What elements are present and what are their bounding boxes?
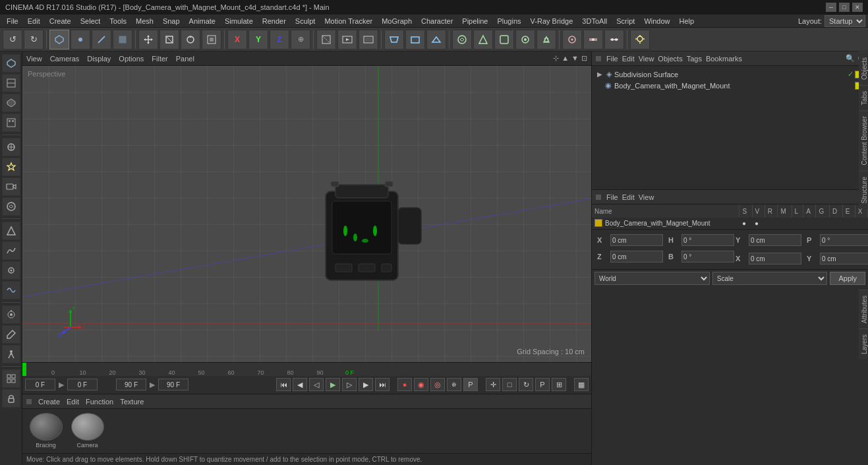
menu-mograph[interactable]: MoGraph — [378, 15, 416, 27]
coord-p-input[interactable] — [820, 234, 868, 246]
grid-btn[interactable] — [2, 369, 20, 388]
menu-edit[interactable]: Edit — [24, 15, 44, 27]
tc-loop[interactable]: P — [535, 378, 550, 391]
coord-z-input[interactable] — [610, 251, 663, 263]
menu-file[interactable]: File — [3, 15, 22, 27]
scene-btn[interactable] — [2, 222, 20, 240]
menu-tools[interactable]: Tools — [105, 15, 130, 27]
model-mode-button[interactable] — [49, 30, 69, 49]
viewport-menu-options[interactable]: Options — [119, 55, 144, 63]
viewport-menu-display[interactable]: Display — [87, 55, 111, 63]
deformer-btn[interactable] — [2, 281, 20, 299]
render-region-button[interactable] — [316, 30, 336, 49]
maximize-button[interactable]: □ — [839, 3, 850, 12]
vtab-tabs[interactable]: Tabs — [859, 85, 868, 110]
polygon-mode-button[interactable] — [113, 30, 132, 49]
mat-tag-row-1[interactable]: Body_Camera_with_Magnet_Mount ● ● — [592, 218, 868, 229]
scene-tool-1[interactable] — [562, 30, 582, 49]
texture-mode-btn[interactable] — [2, 113, 20, 132]
menu-animate[interactable]: Animate — [185, 15, 219, 27]
coord-x-input[interactable] — [610, 234, 663, 246]
null-btn[interactable] — [2, 138, 20, 156]
menu-create[interactable]: Create — [45, 15, 75, 27]
viewport-icon-1[interactable]: ⊹ — [553, 54, 559, 63]
x-axis-button[interactable]: X — [227, 30, 247, 49]
tc-select-all[interactable]: □ — [502, 378, 517, 391]
tc-rotate[interactable]: ↻ — [519, 378, 533, 391]
render-to-po-button[interactable] — [359, 30, 378, 49]
tc-autokey[interactable]: P — [463, 378, 478, 391]
viewport-menu-filter[interactable]: Filter — [152, 55, 167, 63]
vtab-layers[interactable]: Layers — [859, 328, 868, 359]
attr-menu-file[interactable]: File — [606, 193, 618, 201]
tc-motion-path[interactable]: ⊞ — [552, 378, 566, 391]
menu-window[interactable]: Window — [640, 15, 674, 27]
menu-3dtoall[interactable]: 3DToAll — [578, 15, 611, 27]
spline-btn[interactable] — [2, 241, 20, 260]
edge-mode-button[interactable] — [92, 30, 111, 49]
rotate-button[interactable] — [181, 30, 200, 49]
lock-btn[interactable] — [2, 389, 20, 408]
tc-step-fwd[interactable]: ▶ — [359, 378, 373, 391]
world-dropdown[interactable]: World Local Object — [594, 272, 710, 285]
obj-menu-bookmarks[interactable]: Bookmarks — [706, 55, 742, 63]
menu-plugins[interactable]: Plugins — [493, 15, 525, 27]
object-tool-4[interactable] — [515, 30, 535, 49]
coord-y2-input[interactable] — [820, 253, 868, 264]
menu-mesh[interactable]: Mesh — [132, 15, 158, 27]
material-add-btn[interactable] — [2, 197, 20, 216]
camera-front[interactable] — [405, 30, 425, 49]
tc-record-pos[interactable]: ◉ — [414, 378, 428, 391]
menu-sculpt[interactable]: Sculpt — [291, 15, 320, 27]
menu-select[interactable]: Select — [76, 15, 105, 27]
display-mode-btn[interactable] — [2, 74, 20, 92]
menu-character[interactable]: Character — [417, 15, 457, 27]
viewport-expand[interactable]: ⊡ — [581, 54, 587, 63]
y-axis-button[interactable]: Y — [248, 30, 268, 49]
menu-render[interactable]: Render — [258, 15, 290, 27]
tc-move-tool[interactable]: ✛ — [486, 378, 500, 391]
frame-min-input[interactable] — [67, 379, 98, 390]
move-button[interactable] — [138, 30, 158, 49]
obj-menu-objects[interactable]: Objects — [658, 55, 682, 63]
viewport-icon-3[interactable]: ▼ — [571, 54, 579, 63]
object-tool-5[interactable] — [536, 30, 556, 49]
menu-pipeline[interactable]: Pipeline — [458, 15, 492, 27]
scene-tool-2[interactable] — [583, 30, 603, 49]
viewport-menu-view[interactable]: View — [26, 55, 42, 63]
frame-max-input[interactable] — [158, 379, 188, 390]
viewport-menu-panel[interactable]: Panel — [176, 55, 194, 63]
viewport[interactable]: Perspective — [22, 66, 591, 362]
tc-goto-end[interactable]: ⏭ — [375, 378, 390, 391]
menu-vray[interactable]: V-Ray Bridge — [527, 15, 577, 27]
render-view-button[interactable] — [337, 30, 357, 49]
menu-motion-tracker[interactable]: Motion Tracker — [320, 15, 376, 27]
coord-x2-input[interactable] — [749, 253, 801, 264]
camera-perspective[interactable] — [384, 30, 404, 49]
mat-menu-function[interactable]: Function — [86, 398, 113, 406]
tc-step-back[interactable]: ◀ — [293, 378, 307, 391]
attr-menu-edit[interactable]: Edit — [622, 193, 635, 201]
obj-item-camera-body[interactable]: ◉ Body_Camera_with_Magnet_Mount — [594, 80, 865, 91]
vtab-structure[interactable]: Structure — [859, 171, 868, 209]
frame-end-input[interactable] — [116, 379, 146, 390]
mat-menu-edit[interactable]: Edit — [67, 398, 79, 406]
light-add-btn[interactable] — [2, 158, 20, 176]
paint-tool-btn[interactable] — [2, 325, 20, 344]
menu-snap[interactable]: Snap — [159, 15, 184, 27]
axis-select-button[interactable] — [202, 30, 221, 49]
tc-play[interactable]: ▶ — [326, 378, 340, 391]
coord-y-input[interactable] — [749, 234, 801, 246]
z-axis-button[interactable]: Z — [270, 30, 289, 49]
obj-menu-file[interactable]: File — [606, 55, 618, 63]
viewport-menu-cameras[interactable]: Cameras — [50, 55, 80, 63]
tc-record-scale[interactable]: ⊕ — [447, 378, 461, 391]
undo-button[interactable]: ↺ — [3, 30, 22, 49]
menu-help[interactable]: Help — [676, 15, 699, 27]
obj-menu-edit[interactable]: Edit — [622, 55, 635, 63]
tc-goto-start[interactable]: ⏮ — [276, 378, 291, 391]
camera-add-btn[interactable] — [2, 177, 20, 196]
vtab-content-browser[interactable]: Content Browser — [859, 110, 868, 170]
render-mode-btn[interactable] — [2, 94, 20, 112]
apply-button[interactable]: Apply — [830, 272, 865, 285]
